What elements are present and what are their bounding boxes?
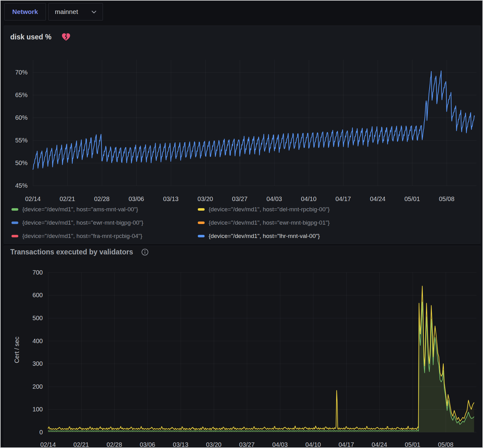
axis-tick-label: 04/03 bbox=[264, 441, 295, 448]
axis-tick-label: 03/27 bbox=[231, 441, 262, 448]
axis-tick-label: 02/28 bbox=[99, 441, 130, 448]
axis-tick-label: 02/28 bbox=[86, 195, 117, 203]
axis-tick-label: 05/08 bbox=[430, 441, 461, 448]
axis-tick-label: 70% bbox=[4, 69, 28, 76]
axis-tick-label: 05/01 bbox=[397, 195, 428, 203]
network-variable-label-text: Network bbox=[12, 8, 38, 16]
axis-tick-label: 700 bbox=[4, 269, 43, 276]
legend-swatch bbox=[11, 208, 18, 211]
axis-tick-label: 04/17 bbox=[328, 195, 359, 203]
axis-tick-label: 65% bbox=[4, 91, 28, 99]
legend-swatch bbox=[198, 235, 205, 237]
axis-tick-label: 03/06 bbox=[121, 195, 152, 203]
network-variable-value: mainnet bbox=[55, 8, 78, 16]
chevron-down-icon bbox=[91, 11, 96, 13]
axis-tick-label: 45% bbox=[4, 182, 28, 189]
legend-label: {device="/dev/md1", host="del-mnt-rpcbig… bbox=[209, 206, 330, 213]
axis-tick-label: 02/21 bbox=[66, 441, 97, 448]
legend-label: {device="/dev/md1", host="ewr-mnt-bigpg-… bbox=[22, 219, 143, 226]
axis-tick-label: 55% bbox=[4, 137, 28, 144]
axis-tick-label: 03/20 bbox=[190, 195, 221, 203]
axis-tick-label: 05/01 bbox=[397, 441, 428, 448]
legend-swatch bbox=[198, 208, 205, 211]
legend-item[interactable]: {device="/dev/md1", host="ewr-mnt-bigpg-… bbox=[11, 219, 198, 226]
axis-tick-label: 03/13 bbox=[165, 441, 196, 448]
grafana-dashboard: Network mainnet disk used % 45%50%55%60%… bbox=[0, 0, 483, 448]
axis-tick-label: 04/24 bbox=[362, 195, 393, 203]
legend-label: {device="/dev/md1", host="fra-mnt-rpcbig… bbox=[22, 233, 142, 240]
axis-tick-label: 60% bbox=[4, 114, 28, 121]
axis-tick-label: 02/14 bbox=[33, 441, 64, 448]
network-variable-dropdown[interactable]: mainnet bbox=[48, 3, 103, 20]
legend-swatch bbox=[11, 235, 18, 237]
axis-tick-label: 02/21 bbox=[52, 195, 83, 203]
network-variable-label[interactable]: Network bbox=[4, 3, 46, 20]
legend-item[interactable]: {device="/dev/md1", host="fra-mnt-rpcbig… bbox=[11, 233, 198, 240]
axis-tick-label: 03/13 bbox=[155, 195, 186, 203]
axis-tick-label: 04/03 bbox=[259, 195, 290, 203]
axis-tick-label: 300 bbox=[4, 360, 43, 367]
transactions-panel: Transactions executed by validators Cert… bbox=[4, 246, 481, 446]
legend-label: {device="/dev/md1", host="ewr-mnt-bigpg-… bbox=[209, 219, 330, 226]
axis-tick-label: 50% bbox=[4, 159, 28, 167]
legend-item[interactable]: {device="/dev/md1", host="del-mnt-rpcbig… bbox=[198, 206, 330, 213]
axis-tick-label: 400 bbox=[4, 337, 43, 345]
legend-item[interactable]: {device="/dev/md1", host="ewr-mnt-bigpg-… bbox=[198, 219, 330, 226]
axis-tick-label: 02/14 bbox=[17, 195, 48, 203]
legend-item[interactable]: {device="/dev/md1", host="ams-mnt-val-00… bbox=[11, 206, 198, 213]
axis-tick-label: 600 bbox=[4, 291, 43, 299]
axis-tick-label: 0 bbox=[4, 428, 43, 436]
legend-label: {device="/dev/md1", host="lhr-mnt-val-00… bbox=[209, 233, 320, 240]
axis-tick-label: 03/20 bbox=[198, 441, 229, 448]
axis-tick-label: 100 bbox=[4, 405, 43, 413]
legend-swatch bbox=[198, 222, 205, 224]
axis-tick-label: 04/17 bbox=[331, 441, 362, 448]
legend-item[interactable]: {device="/dev/md1", host="lhr-mnt-val-00… bbox=[198, 233, 330, 240]
legend-swatch bbox=[11, 222, 18, 224]
axis-tick-label: 04/10 bbox=[293, 195, 324, 203]
axis-tick-label: 04/10 bbox=[298, 441, 329, 448]
axis-tick-label: 500 bbox=[4, 314, 43, 322]
transactions-chart[interactable] bbox=[4, 246, 480, 446]
legend-label: {device="/dev/md1", host="ams-mnt-val-00… bbox=[22, 206, 138, 213]
axis-tick-label: 05/08 bbox=[431, 195, 462, 203]
axis-tick-label: 04/24 bbox=[364, 441, 395, 448]
axis-tick-label: 03/06 bbox=[132, 441, 163, 448]
axis-tick-label: 03/27 bbox=[224, 195, 255, 203]
disk-legend: {device="/dev/md1", host="ams-mnt-val-00… bbox=[11, 206, 330, 240]
disk-used-panel: disk used % 45%50%55%60%65%70% 02/1402/2… bbox=[4, 25, 481, 244]
axis-tick-label: 200 bbox=[4, 383, 43, 390]
